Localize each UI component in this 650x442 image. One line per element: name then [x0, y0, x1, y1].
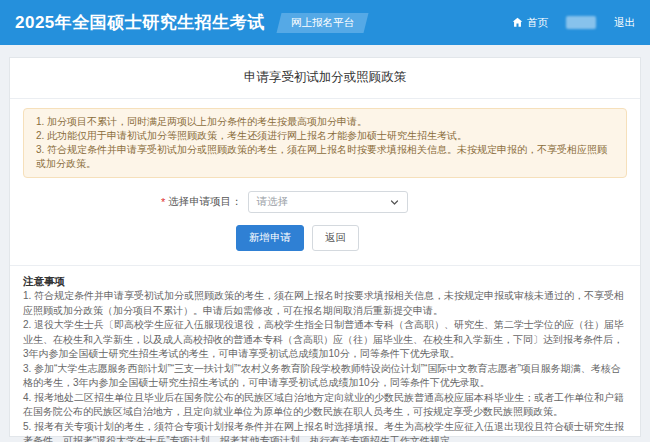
alert-line: 2. 此功能仅用于申请初试加分等照顾政策，考生还须进行网上报名才能参加硕士研究生…	[36, 129, 614, 143]
nav-home[interactable]: 首页	[512, 16, 548, 30]
app-header: 2025年全国硕士研究生招生考试 网上报名平台 首页 退出	[0, 0, 650, 45]
platform-badge-label: 网上报名平台	[291, 16, 354, 30]
policy-warning-alert: 1. 加分项目不累计，同时满足两项以上加分条件的考生按最高项加分申请。 2. 此…	[23, 108, 627, 178]
form-actions: 新增申请 返回	[236, 225, 640, 251]
back-button[interactable]: 返回	[312, 225, 359, 251]
note-item: 1. 符合规定条件并申请享受初试加分或照顾政策的考生，须在网上报名时按要求填报相…	[23, 289, 627, 318]
note-item: 2. 退役大学生士兵〔即高校学生应征入伍服现役退役，高校学生指全日制普通本专科（…	[23, 318, 627, 362]
add-application-button[interactable]: 新增申请	[236, 225, 304, 251]
note-item: 3. 参加“大学生志愿服务西部计划”“三支一扶计划”“农村义务教育阶段学校教师特…	[23, 362, 627, 391]
application-item-select[interactable]: 请选择	[248, 191, 408, 213]
note-item: 4. 报考地处二区招生单位且毕业后在国务院公布的民族区域自治地方定向就业的少数民…	[23, 391, 627, 420]
notes-section: 注意事项 1. 符合规定条件并申请享受初试加分或照顾政策的考生，须在网上报名时按…	[10, 266, 640, 442]
select-current-value: 请选择	[257, 195, 289, 209]
alert-line: 1. 加分项目不累计，同时满足两项以上加分条件的考生按最高项加分申请。	[36, 115, 614, 129]
alert-line: 3. 符合规定条件并申请享受初试加分或照顾政策的考生，须在网上报名时按要求填报相…	[36, 143, 614, 171]
required-asterisk: *	[161, 196, 165, 208]
app-title: 2025年全国硕士研究生招生考试	[15, 11, 265, 34]
platform-badge: 网上报名平台	[276, 13, 368, 33]
nav-logout[interactable]: 退出	[614, 16, 635, 30]
notes-heading: 注意事项	[23, 273, 627, 289]
main-card: 申请享受初试加分或照顾政策 1. 加分项目不累计，同时满足两项以上加分条件的考生…	[9, 57, 641, 437]
application-item-label: 选择申请项目：	[168, 195, 242, 209]
page-title: 申请享受初试加分或照顾政策	[10, 58, 640, 99]
header-nav: 首页 退出	[512, 16, 635, 30]
username-redacted[interactable]	[566, 16, 596, 29]
application-item-form-row: * 选择申请项目： 请选择	[161, 191, 640, 213]
note-item: 5. 报考有关专项计划的考生，须符合专项计划报考条件并在网上报名时选择填报。考生…	[23, 420, 627, 442]
nav-home-label: 首页	[527, 16, 548, 30]
home-icon	[512, 17, 523, 28]
chevron-down-icon	[390, 198, 399, 207]
